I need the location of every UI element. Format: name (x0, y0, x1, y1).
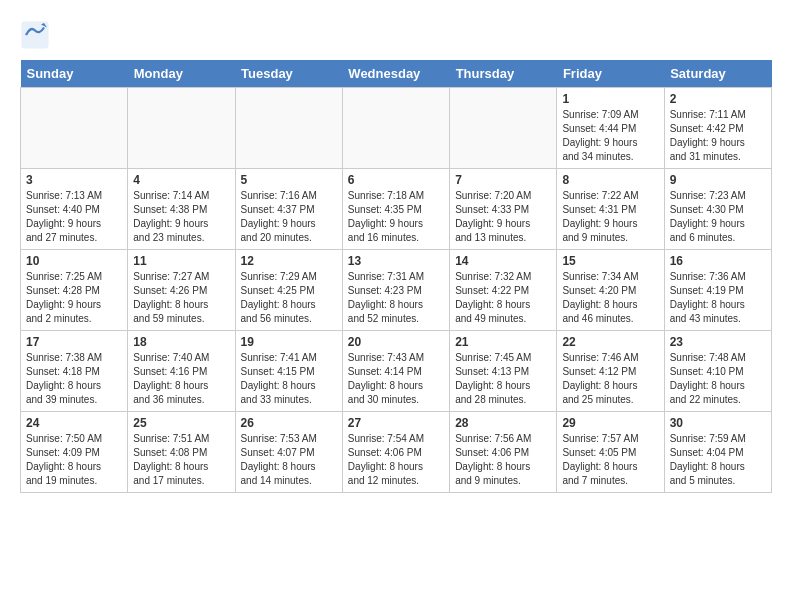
day-number: 26 (241, 416, 337, 430)
day-header-thursday: Thursday (450, 60, 557, 88)
day-number: 27 (348, 416, 444, 430)
day-header-saturday: Saturday (664, 60, 771, 88)
day-number: 30 (670, 416, 766, 430)
day-header-friday: Friday (557, 60, 664, 88)
calendar-cell: 30Sunrise: 7:59 AM Sunset: 4:04 PM Dayli… (664, 412, 771, 493)
day-number: 11 (133, 254, 229, 268)
calendar-cell: 15Sunrise: 7:34 AM Sunset: 4:20 PM Dayli… (557, 250, 664, 331)
calendar-cell: 16Sunrise: 7:36 AM Sunset: 4:19 PM Dayli… (664, 250, 771, 331)
day-info: Sunrise: 7:46 AM Sunset: 4:12 PM Dayligh… (562, 351, 658, 407)
calendar-cell: 6Sunrise: 7:18 AM Sunset: 4:35 PM Daylig… (342, 169, 449, 250)
day-number: 4 (133, 173, 229, 187)
calendar-cell: 10Sunrise: 7:25 AM Sunset: 4:28 PM Dayli… (21, 250, 128, 331)
day-info: Sunrise: 7:34 AM Sunset: 4:20 PM Dayligh… (562, 270, 658, 326)
day-number: 7 (455, 173, 551, 187)
calendar-cell: 23Sunrise: 7:48 AM Sunset: 4:10 PM Dayli… (664, 331, 771, 412)
day-info: Sunrise: 7:09 AM Sunset: 4:44 PM Dayligh… (562, 108, 658, 164)
day-info: Sunrise: 7:25 AM Sunset: 4:28 PM Dayligh… (26, 270, 122, 326)
day-number: 29 (562, 416, 658, 430)
day-info: Sunrise: 7:11 AM Sunset: 4:42 PM Dayligh… (670, 108, 766, 164)
calendar-cell: 25Sunrise: 7:51 AM Sunset: 4:08 PM Dayli… (128, 412, 235, 493)
day-info: Sunrise: 7:13 AM Sunset: 4:40 PM Dayligh… (26, 189, 122, 245)
day-number: 24 (26, 416, 122, 430)
day-info: Sunrise: 7:59 AM Sunset: 4:04 PM Dayligh… (670, 432, 766, 488)
day-info: Sunrise: 7:45 AM Sunset: 4:13 PM Dayligh… (455, 351, 551, 407)
calendar-cell (450, 88, 557, 169)
calendar-cell: 29Sunrise: 7:57 AM Sunset: 4:05 PM Dayli… (557, 412, 664, 493)
calendar-table: SundayMondayTuesdayWednesdayThursdayFrid… (20, 60, 772, 493)
calendar-cell: 27Sunrise: 7:54 AM Sunset: 4:06 PM Dayli… (342, 412, 449, 493)
day-info: Sunrise: 7:20 AM Sunset: 4:33 PM Dayligh… (455, 189, 551, 245)
logo-icon (20, 20, 50, 50)
calendar-cell: 14Sunrise: 7:32 AM Sunset: 4:22 PM Dayli… (450, 250, 557, 331)
day-info: Sunrise: 7:41 AM Sunset: 4:15 PM Dayligh… (241, 351, 337, 407)
header-row: SundayMondayTuesdayWednesdayThursdayFrid… (21, 60, 772, 88)
day-number: 18 (133, 335, 229, 349)
calendar-cell: 19Sunrise: 7:41 AM Sunset: 4:15 PM Dayli… (235, 331, 342, 412)
calendar-cell (342, 88, 449, 169)
calendar-cell: 1Sunrise: 7:09 AM Sunset: 4:44 PM Daylig… (557, 88, 664, 169)
day-number: 6 (348, 173, 444, 187)
calendar-cell: 11Sunrise: 7:27 AM Sunset: 4:26 PM Dayli… (128, 250, 235, 331)
calendar-cell: 7Sunrise: 7:20 AM Sunset: 4:33 PM Daylig… (450, 169, 557, 250)
day-number: 12 (241, 254, 337, 268)
logo (20, 20, 54, 50)
day-info: Sunrise: 7:27 AM Sunset: 4:26 PM Dayligh… (133, 270, 229, 326)
day-info: Sunrise: 7:43 AM Sunset: 4:14 PM Dayligh… (348, 351, 444, 407)
calendar-cell: 13Sunrise: 7:31 AM Sunset: 4:23 PM Dayli… (342, 250, 449, 331)
day-number: 17 (26, 335, 122, 349)
page-header (20, 20, 772, 50)
day-number: 23 (670, 335, 766, 349)
day-number: 19 (241, 335, 337, 349)
calendar-cell: 5Sunrise: 7:16 AM Sunset: 4:37 PM Daylig… (235, 169, 342, 250)
day-number: 3 (26, 173, 122, 187)
calendar-cell: 4Sunrise: 7:14 AM Sunset: 4:38 PM Daylig… (128, 169, 235, 250)
week-row-1: 1Sunrise: 7:09 AM Sunset: 4:44 PM Daylig… (21, 88, 772, 169)
calendar-cell (21, 88, 128, 169)
day-info: Sunrise: 7:31 AM Sunset: 4:23 PM Dayligh… (348, 270, 444, 326)
day-number: 15 (562, 254, 658, 268)
day-number: 25 (133, 416, 229, 430)
day-number: 2 (670, 92, 766, 106)
calendar-cell: 26Sunrise: 7:53 AM Sunset: 4:07 PM Dayli… (235, 412, 342, 493)
day-number: 28 (455, 416, 551, 430)
day-number: 13 (348, 254, 444, 268)
day-number: 9 (670, 173, 766, 187)
week-row-4: 17Sunrise: 7:38 AM Sunset: 4:18 PM Dayli… (21, 331, 772, 412)
day-header-tuesday: Tuesday (235, 60, 342, 88)
week-row-5: 24Sunrise: 7:50 AM Sunset: 4:09 PM Dayli… (21, 412, 772, 493)
calendar-cell: 21Sunrise: 7:45 AM Sunset: 4:13 PM Dayli… (450, 331, 557, 412)
calendar-cell (235, 88, 342, 169)
calendar-cell: 12Sunrise: 7:29 AM Sunset: 4:25 PM Dayli… (235, 250, 342, 331)
day-number: 8 (562, 173, 658, 187)
day-info: Sunrise: 7:51 AM Sunset: 4:08 PM Dayligh… (133, 432, 229, 488)
calendar-cell: 22Sunrise: 7:46 AM Sunset: 4:12 PM Dayli… (557, 331, 664, 412)
week-row-2: 3Sunrise: 7:13 AM Sunset: 4:40 PM Daylig… (21, 169, 772, 250)
day-info: Sunrise: 7:36 AM Sunset: 4:19 PM Dayligh… (670, 270, 766, 326)
day-number: 10 (26, 254, 122, 268)
day-info: Sunrise: 7:23 AM Sunset: 4:30 PM Dayligh… (670, 189, 766, 245)
day-info: Sunrise: 7:29 AM Sunset: 4:25 PM Dayligh… (241, 270, 337, 326)
day-info: Sunrise: 7:14 AM Sunset: 4:38 PM Dayligh… (133, 189, 229, 245)
day-number: 21 (455, 335, 551, 349)
day-info: Sunrise: 7:18 AM Sunset: 4:35 PM Dayligh… (348, 189, 444, 245)
day-info: Sunrise: 7:16 AM Sunset: 4:37 PM Dayligh… (241, 189, 337, 245)
calendar-cell: 2Sunrise: 7:11 AM Sunset: 4:42 PM Daylig… (664, 88, 771, 169)
day-header-wednesday: Wednesday (342, 60, 449, 88)
calendar-cell: 28Sunrise: 7:56 AM Sunset: 4:06 PM Dayli… (450, 412, 557, 493)
day-info: Sunrise: 7:38 AM Sunset: 4:18 PM Dayligh… (26, 351, 122, 407)
calendar-cell: 24Sunrise: 7:50 AM Sunset: 4:09 PM Dayli… (21, 412, 128, 493)
calendar-cell: 9Sunrise: 7:23 AM Sunset: 4:30 PM Daylig… (664, 169, 771, 250)
day-info: Sunrise: 7:48 AM Sunset: 4:10 PM Dayligh… (670, 351, 766, 407)
day-number: 20 (348, 335, 444, 349)
day-info: Sunrise: 7:32 AM Sunset: 4:22 PM Dayligh… (455, 270, 551, 326)
day-info: Sunrise: 7:54 AM Sunset: 4:06 PM Dayligh… (348, 432, 444, 488)
day-number: 22 (562, 335, 658, 349)
day-header-sunday: Sunday (21, 60, 128, 88)
day-info: Sunrise: 7:50 AM Sunset: 4:09 PM Dayligh… (26, 432, 122, 488)
day-info: Sunrise: 7:40 AM Sunset: 4:16 PM Dayligh… (133, 351, 229, 407)
calendar-cell: 17Sunrise: 7:38 AM Sunset: 4:18 PM Dayli… (21, 331, 128, 412)
day-number: 14 (455, 254, 551, 268)
day-info: Sunrise: 7:22 AM Sunset: 4:31 PM Dayligh… (562, 189, 658, 245)
week-row-3: 10Sunrise: 7:25 AM Sunset: 4:28 PM Dayli… (21, 250, 772, 331)
